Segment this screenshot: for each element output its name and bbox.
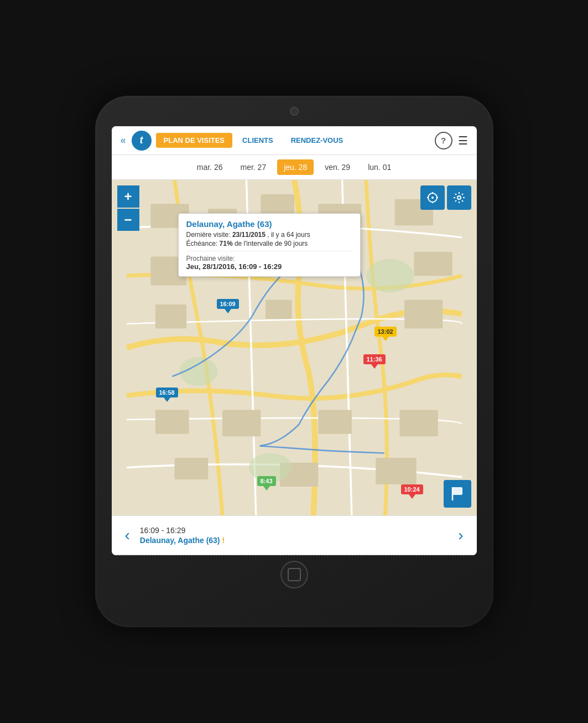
map-flag-button[interactable] — [444, 480, 471, 508]
pin-arrow-843 — [263, 486, 270, 490]
map-pin-1609[interactable]: 16:09 — [217, 299, 239, 313]
top-navigation: « t PLAN DE VISITES CLIENTS RENDEZ-VOUS … — [112, 126, 477, 155]
svg-rect-14 — [399, 410, 438, 437]
svg-rect-15 — [174, 458, 208, 479]
tooltip-client-name: Delaunay, Agathe (63) — [186, 219, 352, 229]
tooltip-echeance: Échéance: 71% de l'intervalle de 90 jour… — [186, 240, 352, 247]
svg-rect-9 — [266, 299, 292, 319]
zoom-out-button[interactable]: − — [117, 209, 139, 231]
pin-label-1136: 11:36 — [363, 354, 386, 364]
tablet-screen: « t PLAN DE VISITES CLIENTS RENDEZ-VOUS … — [112, 126, 477, 555]
svg-rect-8 — [155, 304, 186, 328]
client-tooltip: Delaunay, Agathe (63) Dernière visite: 2… — [178, 213, 361, 277]
svg-rect-10 — [404, 299, 443, 328]
day-ven29[interactable]: ven. 29 — [318, 159, 357, 175]
help-button[interactable]: ? — [435, 132, 452, 149]
bottom-bar: ‹ 16:09 - 16:29 Delaunay, Agathe (63) ! … — [112, 515, 477, 555]
bottom-client[interactable]: Delaunay, Agathe (63) ! — [140, 536, 448, 545]
pin-arrow-1136 — [371, 364, 378, 369]
pin-label-843: 8:43 — [257, 476, 276, 486]
svg-rect-13 — [318, 410, 352, 434]
pin-label-1658: 16:58 — [156, 388, 178, 397]
svg-point-27 — [457, 196, 461, 199]
day-jeu28[interactable]: jeu. 28 — [277, 159, 314, 175]
map-pin-1136[interactable]: 11:36 — [363, 354, 386, 369]
tablet-device: « t PLAN DE VISITES CLIENTS RENDEZ-VOUS … — [95, 96, 493, 627]
bottom-time: 16:09 - 16:29 — [140, 526, 448, 535]
tooltip-next-time: Jeu, 28/1/2016, 16:09 - 16:29 — [186, 262, 352, 271]
day-selector: mar. 26 mer. 27 jeu. 28 ven. 29 lun. 01 — [112, 155, 477, 180]
prev-button[interactable]: ‹ — [121, 524, 134, 546]
pin-arrow-1024 — [409, 494, 415, 499]
map-top-right-controls — [420, 185, 471, 210]
svg-rect-12 — [222, 410, 261, 437]
pin-label-1609: 16:09 — [217, 299, 239, 309]
app-logo: t — [132, 131, 152, 151]
home-button-inner — [288, 568, 301, 581]
menu-button[interactable]: ☰ — [455, 132, 471, 149]
svg-point-19 — [366, 259, 414, 293]
pin-label-1302: 13:02 — [374, 327, 397, 337]
map-pin-1024[interactable]: 10:24 — [401, 484, 423, 499]
svg-rect-11 — [155, 410, 189, 434]
home-button[interactable] — [280, 561, 308, 588]
zoom-controls: + − — [117, 185, 139, 231]
map-container[interactable]: + − — [112, 180, 477, 515]
map-pin-1658[interactable]: 16:58 — [156, 388, 178, 402]
rendezvous-button[interactable]: RENDEZ-VOUS — [283, 133, 351, 148]
bottom-event-info: 16:09 - 16:29 Delaunay, Agathe (63) ! — [134, 526, 454, 545]
pin-arrow-1658 — [164, 397, 170, 402]
tooltip-last-visit: Dernière visite: 23/11/2015 , il y a 64 … — [186, 231, 352, 239]
map-pin-1302[interactable]: 13:02 — [374, 327, 397, 341]
back-button[interactable]: « — [117, 132, 129, 148]
day-mar26[interactable]: mar. 26 — [190, 159, 230, 175]
clients-button[interactable]: CLIENTS — [235, 133, 281, 148]
locate-button[interactable] — [420, 185, 445, 210]
tooltip-next-label: Prochaine visite: — [186, 255, 352, 262]
settings-button[interactable] — [447, 185, 471, 210]
pin-arrow-1302 — [382, 337, 389, 341]
map-pin-843[interactable]: 8:43 — [257, 476, 276, 490]
pin-label-1024: 10:24 — [401, 484, 423, 494]
bottom-exclaim: ! — [222, 536, 225, 545]
svg-rect-7 — [414, 252, 452, 276]
pin-arrow-1609 — [225, 309, 231, 313]
svg-point-22 — [431, 197, 434, 199]
svg-rect-17 — [376, 458, 417, 484]
zoom-in-button[interactable]: + — [117, 185, 139, 208]
next-button[interactable]: › — [454, 524, 467, 546]
plan-visites-button[interactable]: PLAN DE VISITES — [156, 133, 233, 148]
svg-rect-28 — [452, 487, 462, 495]
day-lun01[interactable]: lun. 01 — [361, 159, 398, 175]
day-mer27[interactable]: mer. 27 — [233, 159, 273, 175]
